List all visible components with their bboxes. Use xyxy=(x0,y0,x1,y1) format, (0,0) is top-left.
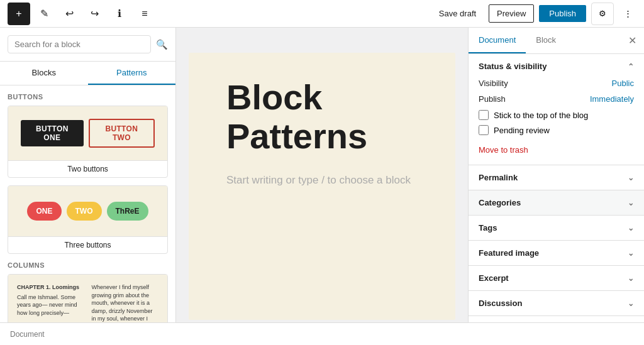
pattern-preview-buttons: BUTTON ONE BUTTON TwO xyxy=(8,106,167,160)
two-buttons-label: Two buttons xyxy=(8,160,167,177)
permalink-label: Permalink xyxy=(479,173,518,182)
publish-value[interactable]: Immediately xyxy=(590,94,634,104)
undo-button[interactable]: ↩ xyxy=(58,3,80,25)
publish-label: Publish xyxy=(479,94,506,104)
chevron-down-icon-discussion: ⌄ xyxy=(628,299,634,308)
button-one-preview: BUTTON ONE xyxy=(21,120,84,146)
visibility-value[interactable]: Public xyxy=(612,79,634,88)
section-permalink: Permalink ⌄ xyxy=(469,165,644,190)
panel-right: Document Block ✕ Status & visibility ⌃ V… xyxy=(468,28,644,345)
list-view-button[interactable]: ≡ xyxy=(133,3,156,25)
search-bar: 🔍 xyxy=(0,28,175,62)
section-tags: Tags ⌄ xyxy=(469,216,644,241)
section-permalink-header[interactable]: Permalink ⌄ xyxy=(469,165,644,190)
info-button[interactable]: ℹ xyxy=(108,3,131,25)
toolbar-left: + ✎ ↩ ↪ ℹ ≡ xyxy=(8,3,429,25)
chevron-down-icon-tags: ⌄ xyxy=(628,224,634,233)
chevron-down-icon-excerpt: ⌄ xyxy=(628,274,634,283)
stick-to-top-checkbox[interactable] xyxy=(479,110,489,120)
section-label-buttons: BUTTONS xyxy=(8,93,168,101)
move-to-trash-link[interactable]: Move to trash xyxy=(479,145,528,155)
stick-to-top-row: Stick to the top of the blog xyxy=(479,110,634,120)
chevron-down-icon-featured: ⌄ xyxy=(628,249,634,258)
bottom-bar-label: Document xyxy=(10,330,45,339)
save-draft-button[interactable]: Save draft xyxy=(431,5,484,22)
section-discussion: Discussion ⌄ xyxy=(469,291,644,316)
col-body1: Call me Ishmael. Some years ago— never m… xyxy=(17,294,77,316)
visibility-label: Visibility xyxy=(479,79,508,88)
add-block-button[interactable]: + xyxy=(8,3,30,25)
section-status-label: Status & visibility xyxy=(479,62,547,71)
search-input[interactable] xyxy=(8,35,151,53)
gear-icon: ⚙ xyxy=(599,9,606,18)
edit-button[interactable]: ✎ xyxy=(33,3,55,25)
pattern-preview-pills: ONE TWO ThReE xyxy=(8,186,167,236)
pending-review-label: Pending review xyxy=(494,126,550,135)
tab-document[interactable]: Document xyxy=(469,28,526,53)
section-discussion-header[interactable]: Discussion ⌄ xyxy=(469,291,644,315)
section-categories-header[interactable]: Categories ⌄ xyxy=(469,190,644,215)
chevron-up-icon: ⌃ xyxy=(628,62,634,71)
categories-label: Categories xyxy=(479,198,521,207)
pattern-two-buttons[interactable]: BUTTON ONE BUTTON TwO Two buttons xyxy=(8,106,168,178)
section-label-columns: COLUMNS xyxy=(8,261,168,269)
tab-block[interactable]: Block xyxy=(526,28,566,53)
pill-one-preview: ONE xyxy=(27,202,61,221)
stick-to-top-label: Stick to the top of the blog xyxy=(494,111,588,120)
search-icon: 🔍 xyxy=(156,39,168,50)
pill-two-preview: TWO xyxy=(67,202,102,221)
featured-image-label: Featured image xyxy=(479,248,539,258)
tab-blocks[interactable]: Blocks xyxy=(0,62,88,85)
redo-button[interactable]: ↪ xyxy=(83,3,106,25)
section-excerpt: Excerpt ⌄ xyxy=(469,266,644,291)
tab-patterns[interactable]: Patterns xyxy=(88,62,176,85)
toolbar: + ✎ ↩ ↪ ℹ ≡ Save draft Preview Publish ⚙… xyxy=(0,0,644,28)
col-heading: CHAPTER 1. Loomings xyxy=(17,283,84,292)
ellipsis-icon: ⋮ xyxy=(624,9,632,18)
chevron-down-icon-categories: ⌄ xyxy=(628,199,634,207)
panel-close-button[interactable]: ✕ xyxy=(621,30,644,52)
pending-review-checkbox[interactable] xyxy=(479,125,489,135)
content-area[interactable]: Block Patterns Start writing or type / t… xyxy=(176,28,468,345)
button-two-preview: BUTTON TwO xyxy=(89,119,155,148)
pattern-three-buttons[interactable]: ONE TWO ThReE Three buttons xyxy=(8,185,168,254)
section-featured-image: Featured image ⌄ xyxy=(469,241,644,266)
section-status-body: Visibility Public Publish Immediately St… xyxy=(469,79,644,165)
section-featured-image-header[interactable]: Featured image ⌄ xyxy=(469,241,644,265)
settings-button[interactable]: ⚙ xyxy=(591,3,614,25)
excerpt-label: Excerpt xyxy=(479,273,509,283)
discussion-label: Discussion xyxy=(479,298,522,308)
publish-row: Publish Immediately xyxy=(479,94,634,104)
preview-button[interactable]: Preview xyxy=(489,4,534,23)
toolbar-right: Save draft Preview Publish ⚙ ⋮ xyxy=(431,3,636,25)
three-buttons-label: Three buttons xyxy=(8,236,167,253)
section-categories: Categories ⌄ xyxy=(469,190,644,216)
more-options-button[interactable]: ⋮ xyxy=(619,3,636,25)
section-tags-header[interactable]: Tags ⌄ xyxy=(469,216,644,240)
sidebar-tabs: Blocks Patterns xyxy=(0,62,175,85)
panel-tabs: Document Block ✕ xyxy=(469,28,644,54)
pill-three-preview: ThReE xyxy=(107,202,148,221)
section-status-visibility: Status & visibility ⌃ Visibility Public … xyxy=(469,54,644,165)
bottom-bar: Document xyxy=(0,322,644,345)
sidebar-left: 🔍 Blocks Patterns BUTTONS BUTTON ONE BUT… xyxy=(0,28,176,345)
publish-button[interactable]: Publish xyxy=(539,5,586,22)
editor-placeholder: Start writing or type / to choose a bloc… xyxy=(226,174,418,187)
sidebar-content: BUTTONS BUTTON ONE BUTTON TwO Two button… xyxy=(0,85,175,345)
editor-block[interactable]: Block Patterns Start writing or type / t… xyxy=(189,53,455,320)
section-excerpt-header[interactable]: Excerpt ⌄ xyxy=(469,266,644,290)
main-layout: 🔍 Blocks Patterns BUTTONS BUTTON ONE BUT… xyxy=(0,28,644,345)
section-status-header[interactable]: Status & visibility ⌃ xyxy=(469,54,644,79)
tags-label: Tags xyxy=(479,223,497,233)
pending-review-row: Pending review xyxy=(479,125,634,135)
visibility-row: Visibility Public xyxy=(479,79,634,88)
editor-title: Block Patterns xyxy=(226,78,418,155)
chevron-down-icon: ⌄ xyxy=(628,173,634,182)
